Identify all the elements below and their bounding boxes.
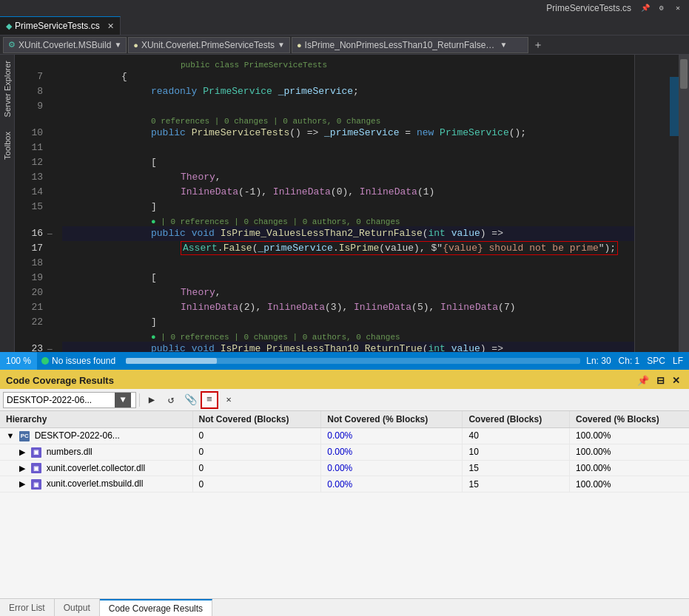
title-bar-buttons: 📌 ⚙ ✕ (637, 0, 686, 16)
code-line-9 (62, 99, 634, 114)
scrollbar-thumb-v[interactable] (680, 59, 688, 89)
bottom-tab-output[interactable]: Output (55, 599, 100, 616)
ref-line-10: 0 references | 0 changes | 0 authors, 0 … (62, 114, 634, 126)
row-0-expand[interactable]: ▼ (6, 431, 15, 440)
row-3-not-covered-pct: 0.00% (321, 476, 463, 493)
line-num-blank (15, 58, 43, 70)
fold-16[interactable]: — (47, 226, 59, 241)
coverage-table-wrap[interactable]: Hierarchy Not Covered (Blocks) Not Cover… (0, 411, 689, 598)
coverage-toolbar: ▼ ▶ ↺ 📎 ≡ ✕ (0, 389, 689, 411)
row-2-covered: 15 (463, 460, 570, 476)
coverage-clear-button[interactable]: ✕ (220, 391, 238, 409)
row-2-name: xunit.coverlet.collector.dll (47, 463, 145, 473)
table-row: ▼ PC DESKTOP-2022-06... 0 0.00% 40 100.0… (0, 428, 689, 444)
server-explorer-tab[interactable]: Server Explorer (3, 61, 12, 117)
row-0-name: DESKTOP-2022-06... (35, 430, 120, 441)
issues-dot (41, 357, 49, 365)
coverage-rerun-button[interactable]: ↺ (162, 391, 180, 409)
title-pin-button[interactable]: 📌 (637, 0, 653, 16)
title-close-button[interactable]: ✕ (670, 0, 686, 16)
code-line-13: Theory, (62, 170, 634, 185)
row-1-name: numbers.dll (47, 447, 93, 457)
line-num-9: 9 (15, 99, 43, 114)
row-1-expand[interactable]: ▶ (18, 447, 27, 457)
coverage-panel-header: Code Coverage Results 📌 ⊟ ✕ (0, 371, 689, 389)
nav-mid-icon: ● (133, 41, 138, 50)
row-3-expand[interactable]: ▶ (18, 479, 27, 489)
code-line-22: ] (62, 315, 634, 330)
code-line-23: public void IsPrime_PrimesLessThan10_Ret… (62, 342, 634, 352)
line-num-ref3 (15, 330, 43, 342)
coverage-pin-button[interactable]: 📌 (634, 375, 652, 386)
minimap-thumb[interactable] (670, 77, 679, 136)
row-1-hierarchy: ▶ ▣ numbers.dll (0, 444, 192, 460)
row-0-icon: PC (19, 431, 30, 441)
nav-bar: ⚙ XUnit.Coverlet.MSBuild ▼ ● XUnit.Cover… (0, 35, 689, 55)
toolbar-sep-1 (139, 393, 140, 407)
nav-dropdown-left[interactable]: ⚙ XUnit.Coverlet.MSBuild ▼ (3, 37, 127, 53)
status-zoom[interactable]: 100 % (0, 352, 37, 370)
row-2-covered-pct: 100.00% (570, 460, 689, 476)
ln-label: Ln: 30 (586, 356, 611, 366)
code-line-10: public PrimeServiceTests() => _primeServ… (62, 126, 634, 141)
tab-close-icon[interactable]: ✕ (107, 21, 114, 31)
coverage-close-button[interactable]: ✕ (669, 375, 683, 386)
code-line-8: readonly PrimeService _primeService; (62, 84, 634, 99)
status-right: Ln: 30 Ch: 1 SPC LF (586, 356, 689, 366)
status-issues: No issues found (37, 356, 120, 366)
line-num-11: 11 (15, 141, 43, 155)
line-numbers: 7 8 9 10 11 12 13 14 15 16 17 18 19 20 2… (15, 55, 47, 352)
toolbox-tab[interactable]: Toolbox (3, 132, 12, 160)
coverage-run-button[interactable]: ▶ (143, 391, 161, 409)
line-num-14: 14 (15, 185, 43, 200)
line-num-8: 8 (15, 84, 43, 99)
row-3-icon: ▣ (31, 479, 41, 490)
nav-right-label: IsPrime_NonPrimesLessThan10_ReturnFalse(… (305, 40, 497, 50)
coverage-title: Code Coverage Results (6, 375, 634, 386)
h-scroll-thumb[interactable] (126, 358, 217, 364)
minimap (634, 55, 679, 352)
row-2-expand[interactable]: ▶ (18, 464, 27, 473)
coverage-search-input[interactable] (4, 393, 115, 407)
vertical-scrollbar[interactable] (679, 55, 689, 352)
coverage-show-results-button[interactable]: ≡ (201, 391, 218, 409)
nav-left-label: XUnit.Coverlet.MSBuild (19, 40, 111, 50)
line-num-22: 22 (15, 315, 43, 330)
coverage-attach-button[interactable]: 📎 (181, 391, 199, 409)
coverage-header-controls: 📌 ⊟ ✕ (634, 375, 683, 386)
code-line-11 (62, 141, 634, 155)
nav-dropdown-middle[interactable]: ● XUnit.Coverlet.PrimeServiceTests ▼ (128, 37, 290, 53)
coverage-input-dropdown[interactable]: ▼ (115, 393, 131, 407)
table-row: ▶ ▣ xunit.coverlet.collector.dll 0 0.00%… (0, 460, 689, 476)
col-not-covered-blocks: Not Covered (Blocks) (192, 411, 321, 428)
tab-bar: ◆ PrimeServiceTests.cs ✕ (0, 16, 689, 35)
ref-line-16: ● | 0 references | 0 changes | 0 authors… (62, 214, 634, 226)
h-scroll-track[interactable] (126, 358, 580, 364)
fold-23[interactable]: — (47, 342, 59, 352)
ch-label: Ch: 1 (619, 356, 640, 366)
horizontal-scroll-area[interactable] (120, 358, 586, 364)
row-2-hierarchy: ▶ ▣ xunit.coverlet.collector.dll (0, 460, 192, 476)
row-2-not-covered-pct: 0.00% (321, 460, 463, 476)
bottom-tab-error-list[interactable]: Error List (0, 599, 55, 616)
col-hierarchy: Hierarchy (0, 411, 192, 428)
nav-add-button[interactable]: ＋ (530, 37, 546, 53)
line-num-18: 18 (15, 256, 43, 271)
row-0-not-covered: 0 (192, 428, 321, 444)
coverage-table: Hierarchy Not Covered (Blocks) Not Cover… (0, 411, 689, 493)
line-num-21: 21 (15, 300, 43, 315)
title-settings-button[interactable]: ⚙ (653, 0, 670, 16)
code-line-20: Theory, (62, 285, 634, 300)
line-num-15: 15 (15, 200, 43, 214)
line-num-17: 17 (15, 241, 43, 256)
row-0-covered-pct: 100.00% (570, 428, 689, 444)
line-num-20: 20 (15, 285, 43, 300)
table-header-row: Hierarchy Not Covered (Blocks) Not Cover… (0, 411, 689, 428)
coverage-undock-button[interactable]: ⊟ (653, 375, 668, 386)
line-num-ref1 (15, 114, 43, 126)
nav-dropdown-right[interactable]: ● IsPrime_NonPrimesLessThan10_ReturnFals… (292, 37, 528, 53)
bottom-tab-code-coverage[interactable]: Code Coverage Results (100, 599, 212, 616)
line-num-10: 10 (15, 126, 43, 141)
tab-primesericetests[interactable]: ◆ PrimeServiceTests.cs ✕ (0, 16, 121, 35)
code-line-7: { (62, 70, 634, 84)
